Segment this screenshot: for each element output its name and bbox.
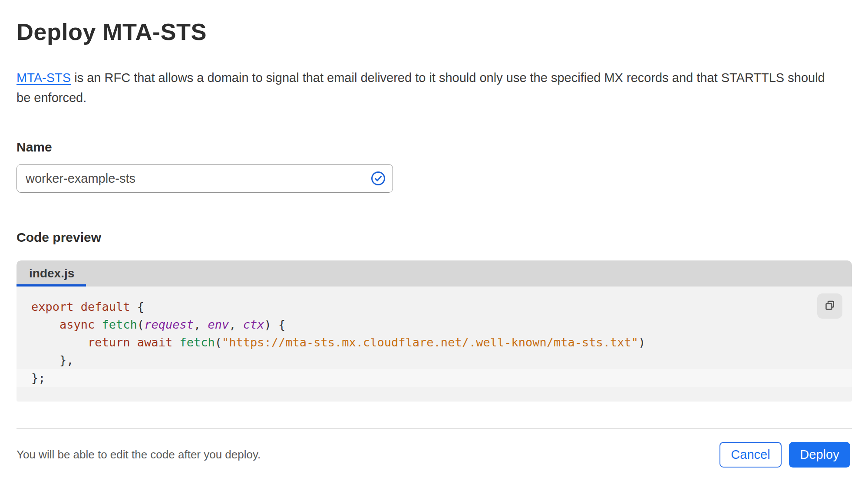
code-lines: export default { async fetch(request, en…: [17, 298, 852, 387]
footer-divider: [17, 428, 852, 429]
copy-code-button[interactable]: [817, 293, 842, 319]
footer-note: You will be able to edit the code after …: [17, 448, 261, 461]
code-line: return await fetch("https://mta-sts.mx.c…: [17, 333, 852, 351]
check-circle-icon: [371, 171, 386, 186]
name-input[interactable]: [17, 164, 393, 193]
tab-index-js[interactable]: index.js: [17, 260, 103, 287]
description-text: MTA-STS is an RFC that allows a domain t…: [17, 68, 837, 108]
code-line: export default {: [17, 298, 852, 316]
code-preview-label: Code preview: [17, 230, 852, 245]
name-input-wrap: [17, 164, 393, 193]
description-body: is an RFC that allows a domain to signal…: [17, 71, 825, 105]
code-line: async fetch(request, env, ctx) {: [17, 316, 852, 333]
mta-sts-link[interactable]: MTA-STS: [17, 71, 71, 85]
code-editor: export default { async fetch(request, en…: [17, 287, 852, 402]
copy-icon: [824, 300, 835, 313]
footer-bar: You will be able to edit the code after …: [17, 442, 850, 468]
cancel-button[interactable]: Cancel: [719, 442, 782, 468]
code-line: },: [17, 351, 852, 369]
deploy-mta-sts-page: Deploy MTA-STS MTA-STS is an RFC that al…: [0, 0, 868, 494]
deploy-button[interactable]: Deploy: [789, 442, 850, 468]
name-label: Name: [17, 140, 852, 155]
tab-label: index.js: [29, 267, 74, 280]
code-line: };: [17, 369, 852, 387]
code-tab-bar: index.js: [17, 260, 852, 287]
page-title: Deploy MTA-STS: [17, 18, 852, 45]
code-preview-panel: index.js export default { async fetch(re…: [17, 260, 852, 402]
footer-actions: Cancel Deploy: [719, 442, 850, 468]
